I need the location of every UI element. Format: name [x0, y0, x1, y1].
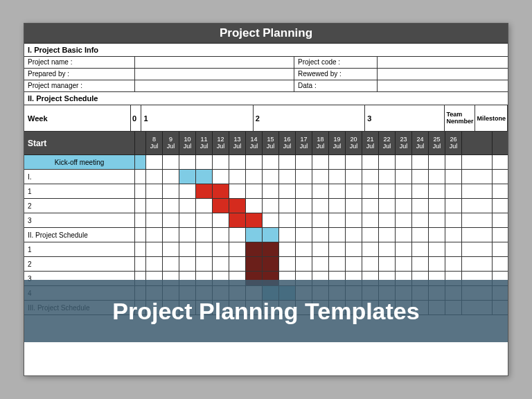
gantt-cell[interactable] [179, 184, 196, 198]
gantt-cell[interactable] [329, 155, 346, 169]
gantt-cell[interactable] [146, 155, 163, 169]
gantt-cell[interactable] [396, 184, 412, 198]
gantt-cell[interactable] [163, 228, 179, 242]
gantt-cell[interactable] [412, 228, 429, 242]
team-cell[interactable] [462, 257, 493, 271]
gantt-cell[interactable] [329, 199, 346, 213]
gantt-cell[interactable] [279, 213, 296, 227]
gantt-cell[interactable] [445, 199, 462, 213]
gantt-cell[interactable] [213, 257, 229, 271]
gantt-cell[interactable] [362, 213, 379, 227]
gantt-cell[interactable] [146, 184, 163, 198]
gantt-cell[interactable] [346, 155, 362, 169]
gantt-cell[interactable] [213, 155, 229, 169]
gantt-cell[interactable] [263, 228, 279, 242]
gantt-cell[interactable] [279, 184, 296, 198]
gantt-cell[interactable] [379, 257, 396, 271]
gantt-cell[interactable] [329, 170, 346, 184]
gantt-cell[interactable] [445, 184, 462, 198]
milestone-cell[interactable] [493, 170, 508, 184]
gantt-cell[interactable] [312, 199, 329, 213]
gantt-cell[interactable] [263, 155, 279, 169]
gantt-cell[interactable] [362, 257, 379, 271]
gantt-cell[interactable] [429, 199, 445, 213]
gantt-cell[interactable] [296, 213, 312, 227]
gantt-cell[interactable] [263, 257, 279, 271]
gantt-cell[interactable] [312, 170, 329, 184]
gantt-cell[interactable] [196, 199, 213, 213]
gantt-cell[interactable] [312, 184, 329, 198]
gantt-cell[interactable] [396, 242, 412, 256]
gantt-cell[interactable] [312, 228, 329, 242]
gantt-cell[interactable] [362, 155, 379, 169]
gantt-cell[interactable] [229, 242, 246, 256]
gantt-cell[interactable] [445, 228, 462, 242]
gantt-cell[interactable] [396, 228, 412, 242]
gantt-cell[interactable] [379, 242, 396, 256]
team-cell[interactable] [462, 228, 493, 242]
gantt-cell[interactable] [296, 199, 312, 213]
gantt-cell[interactable] [362, 242, 379, 256]
gantt-cell[interactable] [379, 170, 396, 184]
milestone-cell[interactable] [493, 257, 508, 271]
gantt-cell[interactable] [296, 257, 312, 271]
project-code-value[interactable] [378, 57, 508, 68]
milestone-cell[interactable] [493, 155, 508, 169]
gantt-cell[interactable] [196, 257, 213, 271]
gantt-cell[interactable] [246, 257, 263, 271]
gantt-cell[interactable] [196, 184, 213, 198]
gantt-cell[interactable] [196, 242, 213, 256]
gantt-cell[interactable] [163, 199, 179, 213]
task-label[interactable]: 1 [24, 242, 135, 256]
gantt-cell[interactable] [296, 184, 312, 198]
gantt-cell[interactable] [246, 155, 263, 169]
gantt-cell[interactable] [179, 155, 196, 169]
gantt-cell[interactable] [362, 228, 379, 242]
gantt-cell[interactable] [146, 199, 163, 213]
gantt-cell[interactable] [312, 155, 329, 169]
gantt-cell[interactable] [213, 170, 229, 184]
prepared-by-value[interactable] [135, 69, 294, 80]
gantt-cell[interactable] [429, 155, 445, 169]
gantt-cell[interactable] [179, 228, 196, 242]
gantt-cell[interactable] [229, 184, 246, 198]
team-cell[interactable] [462, 199, 493, 213]
gantt-cell[interactable] [329, 228, 346, 242]
gantt-cell[interactable] [445, 213, 462, 227]
gantt-cell[interactable] [179, 199, 196, 213]
gantt-cell[interactable] [163, 242, 179, 256]
gantt-cell[interactable] [296, 170, 312, 184]
gantt-cell[interactable] [312, 257, 329, 271]
gantt-cell[interactable] [146, 228, 163, 242]
gantt-cell[interactable] [263, 213, 279, 227]
gantt-cell[interactable] [263, 199, 279, 213]
gantt-cell[interactable] [429, 257, 445, 271]
gantt-cell[interactable] [229, 257, 246, 271]
gantt-cell[interactable] [246, 199, 263, 213]
gantt-cell[interactable] [163, 155, 179, 169]
gantt-cell[interactable] [346, 199, 362, 213]
gantt-cell[interactable] [396, 199, 412, 213]
gantt-cell[interactable] [196, 155, 213, 169]
gantt-cell[interactable] [445, 155, 462, 169]
gantt-cell[interactable] [146, 242, 163, 256]
gantt-cell[interactable] [279, 257, 296, 271]
gantt-cell[interactable] [396, 155, 412, 169]
gantt-cell[interactable] [229, 199, 246, 213]
milestone-cell[interactable] [493, 228, 508, 242]
gantt-cell[interactable] [362, 170, 379, 184]
gantt-cell[interactable] [429, 213, 445, 227]
gantt-cell[interactable] [412, 184, 429, 198]
gantt-cell[interactable] [362, 184, 379, 198]
reviewed-by-value[interactable] [378, 69, 508, 80]
gantt-cell[interactable] [379, 184, 396, 198]
gantt-cell[interactable] [445, 242, 462, 256]
gantt-cell[interactable] [329, 213, 346, 227]
gantt-cell[interactable] [429, 184, 445, 198]
gantt-cell[interactable] [445, 170, 462, 184]
team-cell[interactable] [462, 155, 493, 169]
gantt-cell[interactable] [229, 170, 246, 184]
gantt-cell[interactable] [296, 155, 312, 169]
gantt-cell[interactable] [412, 170, 429, 184]
gantt-cell[interactable] [312, 213, 329, 227]
